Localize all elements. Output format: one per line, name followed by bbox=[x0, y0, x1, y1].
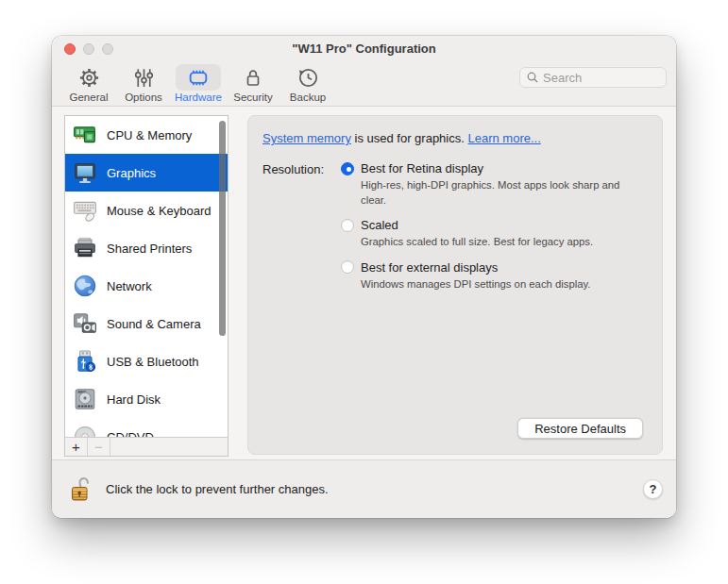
learn-more-link[interactable]: Learn more... bbox=[467, 131, 540, 145]
window-title: "W11 Pro" Configuration bbox=[52, 42, 676, 56]
chip-icon bbox=[186, 66, 211, 90]
list-edit-bar: + − bbox=[65, 437, 228, 456]
sound-camera-icon bbox=[73, 311, 97, 336]
search-field[interactable] bbox=[519, 67, 667, 88]
lock-hint-text: Click the lock to prevent further change… bbox=[106, 482, 329, 496]
memory-info-text: System memory is used for graphics. Lear… bbox=[262, 131, 648, 145]
sidebar-item-network[interactable]: Network bbox=[65, 267, 228, 305]
sidebar-item-cd-dvd[interactable]: CD/DVD bbox=[65, 418, 228, 437]
sidebar-item-label: USB & Bluetooth bbox=[107, 355, 199, 369]
hardware-list-items: CPU & Memory Graphics bbox=[65, 116, 228, 437]
sidebar-item-label: Shared Printers bbox=[107, 242, 192, 256]
tab-general[interactable]: General bbox=[61, 62, 116, 103]
hardware-list: CPU & Memory Graphics bbox=[64, 115, 229, 457]
resolution-setting: Resolution: Best for Retina display High… bbox=[262, 161, 648, 292]
unlocked-lock-icon[interactable] bbox=[69, 475, 94, 504]
radio-best-external[interactable] bbox=[341, 260, 354, 274]
resolution-options: Best for Retina display High-res, high-D… bbox=[341, 161, 648, 292]
sidebar-item-graphics[interactable]: Graphics bbox=[65, 154, 228, 192]
radio-scaled[interactable] bbox=[341, 219, 354, 232]
gear-icon bbox=[77, 66, 101, 90]
option-best-external[interactable]: Best for external displays Windows manag… bbox=[341, 260, 648, 292]
lock-icon bbox=[242, 66, 264, 90]
sidebar-scrollbar[interactable] bbox=[219, 121, 226, 336]
footer-bar: Click the lock to prevent further change… bbox=[52, 459, 676, 518]
option-description: Windows manages DPI settings on each dis… bbox=[361, 277, 648, 292]
tab-options[interactable]: Options bbox=[116, 62, 171, 103]
tab-hardware[interactable]: Hardware bbox=[171, 62, 226, 103]
sidebar-item-usb-bluetooth[interactable]: USB & Bluetooth bbox=[65, 342, 228, 380]
tab-backup[interactable]: Backup bbox=[280, 62, 335, 103]
keyboard-icon bbox=[73, 198, 97, 223]
memory-info-middle: is used for graphics. bbox=[351, 131, 468, 145]
search-icon bbox=[526, 71, 539, 84]
system-memory-link[interactable]: System memory bbox=[262, 131, 351, 145]
sidebar-item-label: Network bbox=[107, 279, 152, 293]
sidebar-item-sound-camera[interactable]: Sound & Camera bbox=[65, 305, 228, 342]
sidebar-item-label: Sound & Camera bbox=[107, 317, 201, 331]
radio-best-retina[interactable] bbox=[341, 162, 354, 175]
option-label: Best for external displays bbox=[361, 260, 498, 275]
sidebar-item-shared-printers[interactable]: Shared Printers bbox=[65, 229, 228, 267]
graphics-pane: System memory is used for graphics. Lear… bbox=[247, 115, 663, 455]
option-best-retina[interactable]: Best for Retina display High-res, high-D… bbox=[341, 161, 648, 208]
option-label: Scaled bbox=[361, 218, 398, 232]
remove-device-button: − bbox=[88, 438, 110, 456]
add-device-button[interactable]: + bbox=[65, 438, 88, 456]
restore-defaults-button[interactable]: Restore Defaults bbox=[517, 418, 643, 439]
tab-security-label: Security bbox=[233, 92, 273, 103]
display-icon bbox=[73, 160, 97, 185]
tab-general-label: General bbox=[70, 92, 109, 103]
tab-security[interactable]: Security bbox=[226, 62, 280, 103]
screenshot-stage: "W11 Pro" Configuration bbox=[0, 0, 728, 584]
option-label: Best for Retina display bbox=[361, 161, 483, 175]
memory-icon bbox=[73, 123, 97, 147]
sidebar-item-label: CPU & Memory bbox=[107, 128, 192, 142]
hard-disk-icon bbox=[73, 387, 97, 411]
sidebar-item-label: CD/DVD bbox=[107, 430, 154, 438]
sliders-icon bbox=[132, 66, 156, 90]
globe-icon bbox=[73, 274, 97, 298]
search-input[interactable] bbox=[543, 71, 660, 85]
title-bar: "W11 Pro" Configuration bbox=[52, 36, 676, 62]
help-button[interactable]: ? bbox=[643, 479, 663, 499]
sidebar-item-mouse-keyboard[interactable]: Mouse & Keyboard bbox=[65, 192, 228, 229]
sidebar-item-cpu-memory[interactable]: CPU & Memory bbox=[65, 116, 228, 154]
option-description: High-res, high-DPI graphics. Most apps l… bbox=[361, 178, 648, 208]
window-chrome: "W11 Pro" Configuration bbox=[52, 36, 676, 107]
sidebar-item-label: Mouse & Keyboard bbox=[107, 204, 212, 218]
sidebar-item-hard-disk[interactable]: Hard Disk bbox=[65, 380, 228, 418]
sidebar-item-label: Hard Disk bbox=[107, 392, 161, 407]
time-machine-icon bbox=[296, 66, 320, 90]
option-scaled[interactable]: Scaled Graphics scaled to full size. Bes… bbox=[341, 218, 648, 250]
configuration-window: "W11 Pro" Configuration bbox=[52, 36, 676, 518]
resolution-label: Resolution: bbox=[262, 161, 341, 292]
sidebar-item-label: Graphics bbox=[107, 166, 156, 180]
usb-icon bbox=[73, 349, 97, 374]
printer-icon bbox=[73, 236, 97, 260]
tab-backup-label: Backup bbox=[290, 92, 326, 103]
cd-icon bbox=[73, 425, 97, 437]
toolbar: General Options bbox=[61, 62, 335, 106]
option-description: Graphics scaled to full size. Best for l… bbox=[361, 235, 648, 250]
tab-options-label: Options bbox=[125, 92, 162, 103]
tab-hardware-label: Hardware bbox=[175, 92, 222, 103]
